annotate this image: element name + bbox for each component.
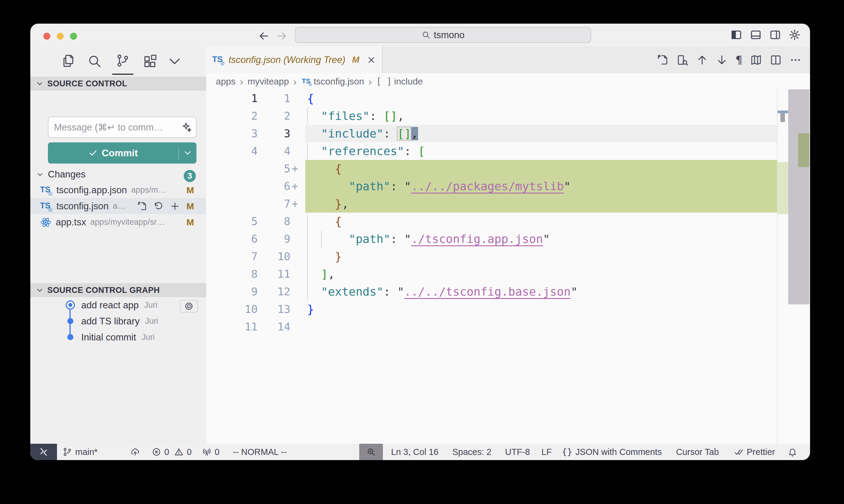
old-line-number: 1 xyxy=(206,90,258,107)
source-control-section-header[interactable]: SOURCE CONTROL xyxy=(30,77,206,91)
commit-dropdown-button[interactable] xyxy=(179,149,196,157)
plus-icon[interactable] xyxy=(170,201,180,211)
code-line-12[interactable]: 912 "extends": "../../tsconfig.base.json… xyxy=(206,283,810,301)
goto-current-commit-button[interactable] xyxy=(180,300,198,312)
more-icon[interactable] xyxy=(789,54,802,66)
line-number: 9 xyxy=(258,230,290,248)
status-formatter[interactable]: Prettier xyxy=(734,444,775,460)
cloud-up-icon xyxy=(131,447,140,457)
discard-icon[interactable] xyxy=(153,201,164,211)
changed-file-tsconfig.json[interactable]: TS⚙tsconfig.jsona…M xyxy=(30,198,206,214)
warn-icon xyxy=(174,447,184,457)
navigate-back-icon[interactable] xyxy=(258,30,270,42)
breadcrumb-item-myviteapp[interactable]: myviteapp xyxy=(247,76,289,87)
status-zoom-indicator[interactable] xyxy=(359,444,383,460)
changes-group-header[interactable]: Changes 3 xyxy=(30,167,206,181)
code-line-2[interactable]: 22 "files": [], xyxy=(206,107,810,125)
status-errors[interactable]: 0 xyxy=(152,444,169,460)
split-icon[interactable] xyxy=(770,54,782,66)
line-background xyxy=(305,248,777,265)
dblcheck-icon xyxy=(734,447,744,457)
commit-author: Juri xyxy=(145,317,158,326)
command-center-search[interactable]: tsmono xyxy=(295,27,591,43)
status-vim-mode[interactable]: -- NORMAL -- xyxy=(233,444,287,460)
status-branch-indicator[interactable]: main* xyxy=(63,444,98,460)
close-icon[interactable] xyxy=(367,55,376,65)
toggle-secondary-sidebar-icon[interactable] xyxy=(769,29,781,41)
code-line-3[interactable]: 33 "include": [], xyxy=(206,125,810,142)
code-line-14[interactable]: 1114 xyxy=(206,318,810,336)
status-eol[interactable]: LF xyxy=(541,444,552,460)
tab-tsconfig-json[interactable]: TS⚙ tsconfig.json (Working Tree) M xyxy=(206,46,383,73)
old-line-number: 8 xyxy=(206,265,258,283)
code-line-7[interactable]: 7+ }, xyxy=(206,195,810,213)
settings-gear-icon[interactable] xyxy=(789,29,800,41)
file-name: app.tsx xyxy=(56,217,86,228)
status-notifications[interactable] xyxy=(788,444,797,460)
status-ports[interactable]: 0 xyxy=(202,444,220,460)
code-line-10[interactable]: 710 } xyxy=(206,248,810,265)
scrollbar[interactable] xyxy=(788,89,809,304)
code-line-8[interactable]: 58 { xyxy=(206,213,810,230)
close-traffic-light[interactable] xyxy=(44,33,50,40)
source-control-graph-header[interactable]: SOURCE CONTROL GRAPH xyxy=(30,283,206,297)
code-line-6[interactable]: 6+ "path": "../../packages/mytslib" xyxy=(206,178,810,195)
breadcrumb-item-file[interactable]: tsconfig.json xyxy=(313,76,364,87)
commit-graph-dot xyxy=(65,315,76,327)
map-icon[interactable] xyxy=(750,54,762,66)
status-cursor-tab[interactable]: Cursor Tab xyxy=(676,444,719,460)
commit-button[interactable]: Commit xyxy=(48,142,196,164)
copilot-sparkle-icon[interactable] xyxy=(181,122,192,133)
zoom-plus-icon xyxy=(366,447,376,457)
status-language-mode[interactable]: {}JSON with Comments xyxy=(562,444,662,460)
status-encoding[interactable]: UTF-8 xyxy=(505,444,530,460)
goto-file-icon[interactable] xyxy=(137,201,147,211)
line-background xyxy=(305,213,777,230)
activity-item-search[interactable] xyxy=(84,48,105,75)
status-warnings[interactable]: 0 xyxy=(174,444,192,460)
navigate-forward-icon[interactable] xyxy=(276,30,288,42)
code-line-4[interactable]: 44 "references": [ xyxy=(206,142,810,160)
activity-item-more-views[interactable] xyxy=(164,48,185,75)
activity-item-source-control[interactable] xyxy=(112,48,133,75)
code-editor[interactable]: 11{22 "files": [],33 "include": [],44 "r… xyxy=(206,89,810,444)
code-line-11[interactable]: 811 ], xyxy=(206,265,810,283)
changed-file-tsconfig.app.json[interactable]: TS⚙tsconfig.app.jsonapps/m…M xyxy=(30,182,206,198)
commit-row[interactable]: add TS libraryJuri xyxy=(30,313,206,329)
modified-status-badge: M xyxy=(186,185,194,195)
toggle-sidebar-icon[interactable] xyxy=(730,29,742,41)
arrow-down-icon[interactable] xyxy=(716,54,728,66)
minimize-traffic-light[interactable] xyxy=(57,33,64,40)
bell-icon xyxy=(788,447,797,457)
status-sync-changes[interactable] xyxy=(131,444,140,460)
pilcrow-icon[interactable]: ¶ xyxy=(736,54,742,66)
code-text: { xyxy=(307,90,314,107)
breadcrumb-item-include[interactable]: include xyxy=(394,76,423,87)
line-number: 11 xyxy=(258,265,290,283)
minimap-text-mark xyxy=(780,113,785,122)
commit-row[interactable]: Initial commitJuri xyxy=(30,329,206,345)
toggle-panel-icon[interactable] xyxy=(750,29,762,41)
zoom-traffic-light[interactable] xyxy=(70,33,77,40)
arrow-up-icon[interactable] xyxy=(696,54,708,66)
code-line-13[interactable]: 1013} xyxy=(206,301,810,318)
activity-item-explorer[interactable] xyxy=(57,48,79,75)
status-remote-indicator[interactable] xyxy=(30,444,57,460)
commit-message-input[interactable]: Message (⌘↵ to comm… xyxy=(48,116,196,138)
minimap[interactable] xyxy=(777,89,789,444)
status-indentation[interactable]: Spaces: 2 xyxy=(452,444,492,460)
status-cursor-position[interactable]: Ln 3, Col 16 xyxy=(391,444,438,460)
status-label: JSON with Comments xyxy=(575,447,662,457)
code-line-1[interactable]: 11{ xyxy=(206,90,810,107)
code-line-9[interactable]: 69 "path": "./tsconfig.app.json" xyxy=(206,230,810,248)
goto-file-icon[interactable] xyxy=(657,54,669,66)
chev-down-icon xyxy=(167,54,182,69)
activity-item-extensions[interactable] xyxy=(139,48,160,75)
preview-icon[interactable] xyxy=(676,54,688,66)
commit-row[interactable]: add react appJuri xyxy=(30,297,206,313)
breadcrumb-item-apps[interactable]: apps xyxy=(216,76,236,87)
commit-graph-dot xyxy=(65,299,76,311)
changed-file-app.tsx[interactable]: app.tsxapps/myviteapp/sr…M xyxy=(30,214,206,230)
status-bar: main*000-- NORMAL --Ln 3, Col 16Spaces: … xyxy=(30,444,810,460)
code-line-5[interactable]: 5+ { xyxy=(206,160,810,178)
